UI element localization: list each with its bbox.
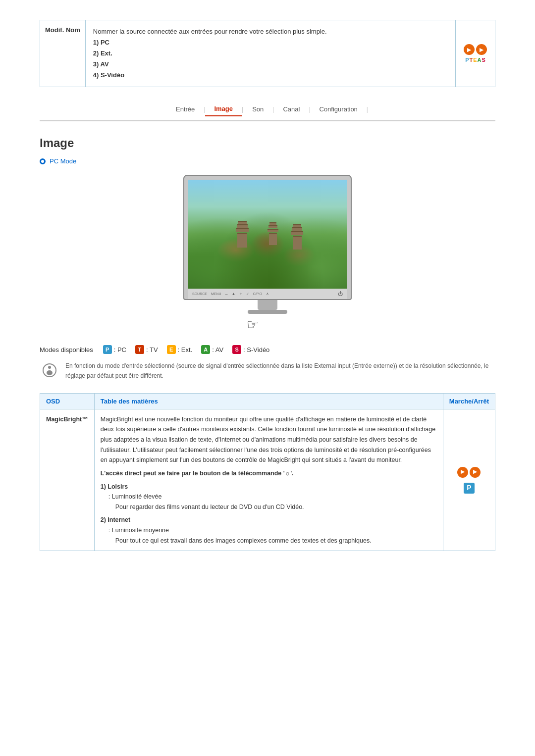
pteas-t: T <box>469 57 473 63</box>
pteas-arrows-group: ▶ ▶ P T E A S <box>464 44 487 63</box>
monitor-stand <box>258 300 277 310</box>
modif-nom-item-4: 4) S-Vidéo <box>93 70 448 81</box>
pagoda-right <box>291 224 303 250</box>
osd-pteas-icons: ▶ ▶ P <box>449 467 489 494</box>
magicbright-loisirs-heading: 1) Loisirs <box>101 482 437 492</box>
ctrl-power: ⏻ <box>338 291 343 297</box>
badge-a-icon: A <box>201 345 210 354</box>
info-note-text: En fonction du mode d'entrée sélectionné… <box>65 361 495 380</box>
badge-t-icon: T <box>135 345 144 354</box>
modif-nom-table: Modif. Nom Nommer la source connectée au… <box>40 20 495 87</box>
osd-arrow-icons: ▶ ▶ <box>457 467 481 478</box>
monitor-screen <box>188 180 347 289</box>
badge-s-icon: S <box>232 345 241 354</box>
monitor-container: SOURCE MENU – ▲ + ✓ C/P.O ∧ ⏻ ☞ <box>40 175 495 333</box>
mode-badge-s: S : S-Vidéo <box>232 345 269 354</box>
pagoda-left <box>236 221 249 248</box>
magicbright-marche-arret: ▶ ▶ P <box>443 409 495 551</box>
info-note: En fonction du mode d'entrée sélectionné… <box>40 361 495 380</box>
info-icon-area <box>40 361 59 377</box>
monitor-controls: SOURCE MENU – ▲ + ✓ C/P.O ∧ ⏻ <box>188 289 347 299</box>
mode-badge-e: E : Ext. <box>167 345 193 354</box>
ctrl-menu: MENU <box>211 292 221 296</box>
pagoda-center <box>268 222 278 245</box>
magicbright-internet-desc: Pour tout ce qui est travail dans des im… <box>101 536 437 546</box>
badge-p-icon: P <box>103 345 112 354</box>
magicbright-intro: MagicBright est une nouvelle fonction du… <box>101 414 437 465</box>
modif-nom-item-1: 1) PC <box>93 37 448 48</box>
badge-t-label: : TV <box>146 346 158 353</box>
nav-item-configuration[interactable]: Configuration <box>311 102 367 116</box>
ctrl-source: SOURCE <box>192 292 207 296</box>
ctrl-check: ✓ <box>246 292 249 296</box>
pc-mode-row: PC Mode <box>40 157 495 165</box>
modes-label: Modes disponibles <box>40 346 93 353</box>
info-circle-icon <box>43 363 56 377</box>
svg-point-0 <box>48 366 51 369</box>
mode-badge-a: A : AV <box>201 345 223 354</box>
modes-row: Modes disponibles P : PC T : TV E : Ext.… <box>40 345 495 354</box>
badge-s-label: : S-Vidéo <box>243 346 269 353</box>
info-person-svg <box>44 364 55 376</box>
pteas-s: S <box>482 57 485 63</box>
badge-a-label: : AV <box>212 346 223 353</box>
badge-e-icon: E <box>167 345 176 354</box>
hand-pointer-icon: ☞ <box>247 316 259 333</box>
badge-p-label: : PC <box>114 346 126 353</box>
nav-item-son[interactable]: Son <box>243 102 272 116</box>
modif-nom-item-2: 2) Ext. <box>93 48 448 59</box>
ctrl-up: ∧ <box>266 292 269 296</box>
modif-nom-description: Nommer la source connectée aux entrées p… <box>93 26 448 37</box>
page-title: Image <box>40 136 495 150</box>
magicbright-content: MagicBright est une nouvelle fonction du… <box>94 409 443 551</box>
badge-e-label: : Ext. <box>178 346 193 353</box>
osd-p-badge: P <box>464 483 475 494</box>
nav-item-entree[interactable]: Entrée <box>167 102 204 116</box>
ctrl-triangle: ▲ <box>232 292 236 296</box>
osd-arrow-right-icon: ▶ <box>470 467 481 478</box>
ctrl-minus: – <box>225 292 228 297</box>
garden-image <box>188 180 347 289</box>
arrow-left-icon: ▶ <box>464 44 475 55</box>
pteas-a: A <box>478 57 482 63</box>
magicbright-loisirs-sub: : Luminosité élevée <box>101 492 437 502</box>
pteas-e: E <box>473 57 477 63</box>
ctrl-cp: C/P.O <box>253 292 262 296</box>
magicbright-loisirs-desc: Pour regarder des films venant du lecteu… <box>101 502 437 512</box>
table-des-matieres-header: Table des matières <box>94 393 443 409</box>
nav-item-image[interactable]: Image <box>205 102 242 116</box>
mode-badge-p: P : PC <box>103 345 126 354</box>
magicbright-internet-sub: : Luminosité moyenne <box>101 525 437 536</box>
magicbright-label: MagicBright™ <box>40 409 95 551</box>
pteas-arrow-icons: ▶ ▶ <box>464 44 487 55</box>
pc-mode-label: PC Mode <box>50 157 76 165</box>
osd-arrow-left-icon: ▶ <box>457 467 468 478</box>
svg-point-1 <box>47 370 53 375</box>
magicbright-direct: L'accès direct peut se faire par le bout… <box>101 468 437 479</box>
osd-table: OSD Table des matières Marche/Arrêt Magi… <box>40 393 495 552</box>
nav-sep-5: | <box>367 106 368 113</box>
pteas-icon-group: ▶ ▶ P T E A S <box>455 20 495 87</box>
main-content: Image PC Mode <box>0 121 535 566</box>
pteas-p: P <box>465 57 469 63</box>
modif-nom-content: Nommer la source connectée aux entrées p… <box>86 20 455 87</box>
osd-col-header: OSD <box>40 393 95 409</box>
monitor-base <box>248 310 287 314</box>
pteas-letters-group: P T E A S <box>465 57 485 63</box>
ctrl-plus: + <box>240 292 242 297</box>
mode-badge-t: T : TV <box>135 345 158 354</box>
magicbright-internet-heading: 2) Internet <box>101 515 437 525</box>
pc-mode-dot-icon <box>40 158 46 164</box>
nav-item-canal[interactable]: Canal <box>274 102 309 116</box>
modif-nom-item-3: 3) AV <box>93 59 448 70</box>
monitor-frame: SOURCE MENU – ▲ + ✓ C/P.O ∧ ⏻ <box>183 175 352 300</box>
arrow-right-icon: ▶ <box>476 44 487 55</box>
marche-arret-header: Marche/Arrêt <box>443 393 495 409</box>
nav-bar: Entrée | Image | Son | Canal | Configura… <box>40 102 495 121</box>
modif-nom-label: Modif. Nom <box>40 20 86 87</box>
